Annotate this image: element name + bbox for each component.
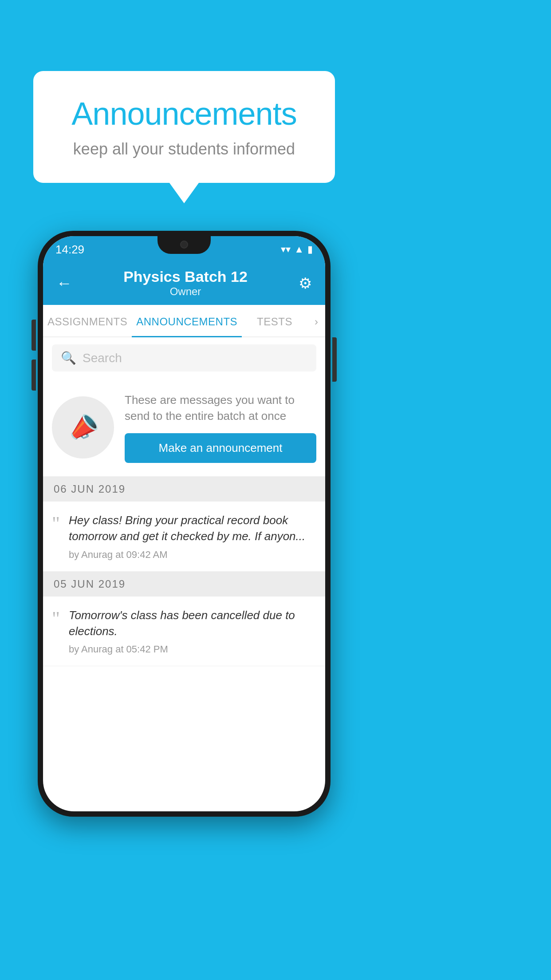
announcement-text-1: Hey class! Bring your practical record b… [69,512,316,545]
announcement-meta-2: by Anurag at 05:42 PM [69,644,316,655]
tab-announcements[interactable]: ANNOUNCEMENTS [132,305,242,337]
announcement-content-2: Tomorrow's class has been cancelled due … [69,607,316,656]
battery-icon: ▮ [307,244,313,255]
announcement-item-1: " Hey class! Bring your practical record… [43,502,325,572]
camera [180,241,188,249]
phone-outer: 14:29 ▾▾ ▲ ▮ ← Physics Batch 12 Owner ⚙ [38,231,331,817]
promo-content: These are messages you want to send to t… [125,392,316,463]
bubble-title: Announcements [60,95,308,132]
speech-bubble-container: Announcements keep all your students inf… [33,71,335,183]
owner-label: Owner [123,285,248,298]
announcement-item-2: " Tomorrow's class has been cancelled du… [43,597,325,667]
promo-description: These are messages you want to send to t… [125,392,316,424]
settings-icon[interactable]: ⚙ [299,274,312,292]
signal-icon: ▲ [294,244,304,255]
quote-icon-1: " [52,514,60,533]
quote-icon-2: " [52,609,60,628]
tabs-more[interactable]: › [307,305,325,336]
announcement-content-1: Hey class! Bring your practical record b… [69,512,316,561]
megaphone-icon: 📣 [63,408,102,447]
speech-bubble: Announcements keep all your students inf… [33,71,335,183]
volume-up-button [31,320,36,351]
tabs-bar: ASSIGNMENTS ANNOUNCEMENTS TESTS › [43,305,325,337]
app-header: ← Physics Batch 12 Owner ⚙ [43,259,325,305]
search-bar[interactable]: 🔍 Search [52,344,316,371]
search-placeholder: Search [83,351,122,365]
back-button[interactable]: ← [56,274,72,292]
date-separator-2: 05 JUN 2019 [43,572,325,597]
bubble-subtitle: keep all your students informed [60,140,308,158]
volume-down-button [31,360,36,391]
tab-tests[interactable]: TESTS [242,305,307,336]
announcement-text-2: Tomorrow's class has been cancelled due … [69,607,316,640]
promo-icon-circle: 📣 [52,396,114,458]
notch [157,236,211,254]
search-icon: 🔍 [61,351,76,365]
search-container: 🔍 Search [43,337,325,379]
batch-title: Physics Batch 12 [123,268,248,285]
status-time: 14:29 [55,243,84,257]
phone-screen: 14:29 ▾▾ ▲ ▮ ← Physics Batch 12 Owner ⚙ [43,236,325,811]
header-center: Physics Batch 12 Owner [123,268,248,298]
promo-section: 📣 These are messages you want to send to… [43,379,325,477]
announcement-meta-1: by Anurag at 09:42 AM [69,549,316,561]
power-button [332,337,337,382]
wifi-icon: ▾▾ [281,244,291,255]
status-icons: ▾▾ ▲ ▮ [281,244,313,255]
tab-assignments[interactable]: ASSIGNMENTS [43,305,132,336]
date-separator-1: 06 JUN 2019 [43,477,325,502]
phone-mockup: 14:29 ▾▾ ▲ ▮ ← Physics Batch 12 Owner ⚙ [38,231,331,963]
make-announcement-button[interactable]: Make an announcement [125,433,316,463]
